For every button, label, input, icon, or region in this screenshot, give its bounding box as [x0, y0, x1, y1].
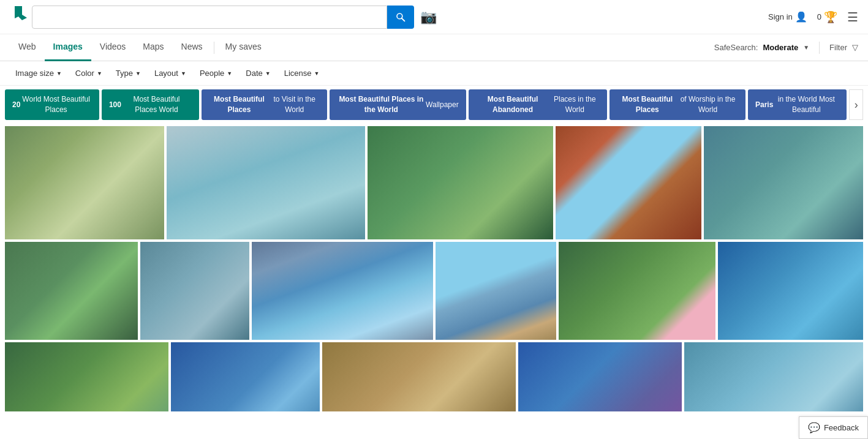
subnav-bar: Image size ▼ Color ▼ Type ▼ Layout ▼ Peo… — [0, 61, 868, 86]
rewards-icon: 🏆 — [824, 10, 837, 24]
image-japanese-garden[interactable] — [559, 242, 715, 340]
image-green-waterfall[interactable] — [5, 342, 168, 411]
nav-images[interactable]: Images — [45, 34, 91, 61]
image-row-2 — [5, 242, 863, 340]
search-bar: most beautiful places in the world — [32, 6, 387, 29]
chip-6[interactable]: Parisin the World Most Beautiful — [748, 89, 847, 120]
chip-0[interactable]: 20World Most Beautiful Places — [5, 89, 99, 120]
chevron-down-icon: ▼ — [265, 70, 271, 77]
image-aerial-island[interactable] — [718, 242, 863, 340]
sign-in-button[interactable]: Sign in 👤 — [768, 11, 807, 23]
image-row-1 — [5, 126, 863, 239]
bing-logo[interactable] — [10, 4, 32, 31]
chip-2[interactable]: Most Beautiful Placesto Visit in the Wor… — [202, 89, 327, 120]
nav-videos[interactable]: Videos — [91, 34, 135, 61]
filter-color[interactable]: Color ▼ — [70, 66, 108, 81]
safesearch-chevron: ▼ — [803, 44, 809, 51]
nav-sep — [819, 42, 820, 54]
image-navagio-beach[interactable] — [252, 242, 433, 340]
image-white-waterfalls[interactable] — [684, 342, 863, 411]
filter-type[interactable]: Type ▼ — [110, 66, 146, 81]
filter-date[interactable]: Date ▼ — [240, 66, 276, 81]
image-green-hills[interactable] — [5, 242, 138, 340]
image-over-water-bungalows[interactable] — [167, 126, 366, 239]
svg-line-1 — [402, 18, 405, 21]
image-waterfall-aerial[interactable] — [368, 126, 553, 239]
chips-next-button[interactable]: › — [849, 89, 863, 120]
nav-my-saves[interactable]: My saves — [217, 34, 270, 61]
chevron-down-icon: ▼ — [135, 70, 141, 77]
nav-maps[interactable]: Maps — [134, 34, 172, 61]
filter-icon: ▽ — [852, 43, 858, 52]
hamburger-menu[interactable]: ☰ — [847, 10, 858, 24]
images-container — [0, 124, 868, 411]
image-canyon-rock[interactable] — [556, 126, 701, 239]
nav-news[interactable]: News — [173, 34, 211, 61]
rewards-button[interactable]: 0 🏆 — [817, 10, 837, 24]
chip-1[interactable]: 100Most Beautiful Places World — [102, 89, 199, 120]
camera-button[interactable]: 📷 — [420, 9, 437, 25]
search-button[interactable] — [387, 6, 414, 29]
filter-license[interactable]: License ▼ — [279, 66, 325, 81]
chip-5[interactable]: Most Beautiful Placesof Worship in the W… — [609, 89, 745, 120]
nav-divider — [214, 42, 214, 54]
chip-3[interactable]: Most Beautiful Places in the WorldWallpa… — [330, 89, 466, 120]
safesearch-value[interactable]: Moderate — [763, 43, 798, 52]
filter-people[interactable]: People ▼ — [194, 66, 238, 81]
nav-bar: Web Images Videos Maps News My saves Saf… — [0, 34, 868, 61]
safesearch-label: SafeSearch: — [714, 43, 758, 52]
filter-button[interactable]: Filter ▽ — [829, 43, 858, 52]
chevron-down-icon: ▼ — [314, 70, 319, 77]
header: most beautiful places in the world 📷 Sig… — [0, 0, 868, 34]
chevron-down-icon: ▼ — [227, 70, 232, 77]
image-ancient-temple[interactable] — [322, 342, 516, 411]
header-right: Sign in 👤 0 🏆 ☰ — [768, 10, 858, 24]
chip-4[interactable]: Most Beautiful AbandonedPlaces in the Wo… — [469, 89, 608, 120]
chevron-down-icon: ▼ — [97, 70, 102, 77]
image-mountain-lake[interactable] — [140, 242, 249, 340]
image-colorful-landscape[interactable] — [518, 342, 682, 411]
image-halong-bay[interactable] — [704, 126, 863, 239]
related-searches-bar: 20World Most Beautiful Places 100Most Be… — [0, 86, 868, 124]
person-icon: 👤 — [795, 11, 807, 23]
chevron-down-icon: ▼ — [181, 70, 186, 77]
image-rice-terraces[interactable] — [5, 126, 164, 239]
filter-layout[interactable]: Layout ▼ — [149, 66, 192, 81]
nav-web[interactable]: Web — [10, 34, 45, 61]
image-jiuzhaigou[interactable] — [171, 342, 320, 411]
image-row-3 — [5, 342, 863, 407]
filter-image-size[interactable]: Image size ▼ — [10, 66, 67, 81]
search-input[interactable]: most beautiful places in the world — [39, 12, 380, 22]
chevron-down-icon: ▼ — [56, 70, 62, 77]
image-coastal-cliff[interactable] — [436, 242, 556, 340]
safesearch-area: SafeSearch: Moderate ▼ Filter ▽ — [714, 42, 858, 54]
